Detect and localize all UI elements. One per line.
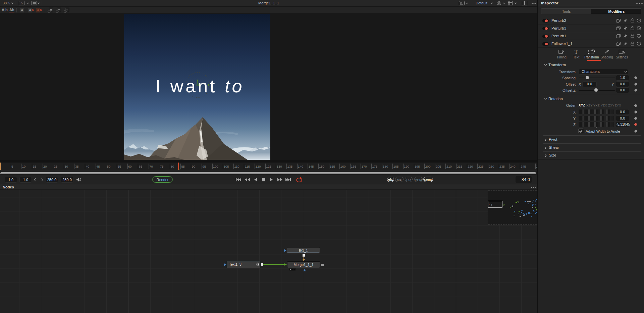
svg-text:T: T xyxy=(575,49,578,54)
svg-text:I want to: I want to xyxy=(155,76,244,96)
